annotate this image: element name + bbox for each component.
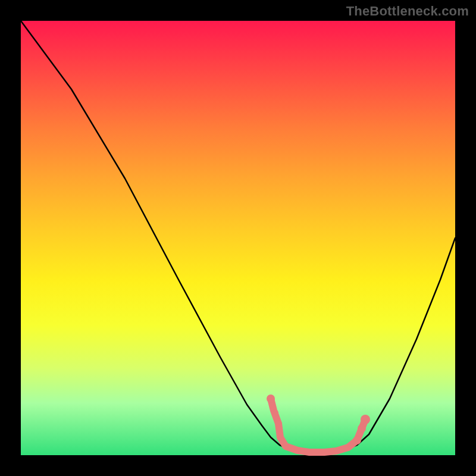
chart-svg [0,0,476,476]
highlight-dot [353,436,361,444]
chart-frame: TheBottleneck.com [0,0,476,476]
watermark-text: TheBottleneck.com [346,4,469,19]
highlight-dot [271,409,278,416]
highlight-dot [361,415,370,424]
optimal-range-highlight [271,399,365,452]
highlight-dot [358,424,366,433]
highlight-dot [267,394,275,403]
highlight-dot [275,420,282,427]
bottleneck-curve [21,21,455,452]
